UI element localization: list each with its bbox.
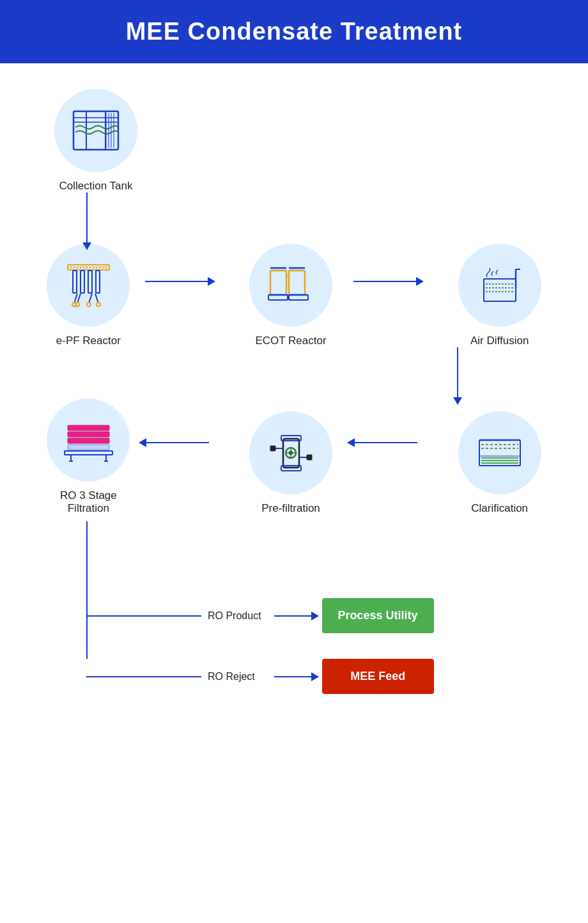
epf-reactor-circle (47, 244, 130, 327)
ro-product-row: RO Product Process Utility (86, 598, 550, 633)
svg-point-19 (98, 266, 100, 268)
ecot-reactor-circle (249, 244, 332, 327)
ro-product-label: RO Product (208, 610, 261, 622)
epf-reactor-icon (61, 262, 116, 310)
svg-line-26 (74, 294, 77, 303)
ro3-filtration-node: RO 3 Stage Filtration (38, 398, 139, 515)
arrow-ecot-to-air (353, 281, 417, 282)
svg-rect-56 (68, 445, 109, 450)
svg-rect-72 (307, 455, 312, 460)
svg-rect-53 (68, 425, 109, 430)
split-container: RO Product Process Utility RO Reject (86, 598, 550, 694)
svg-point-10 (70, 266, 72, 268)
svg-rect-47 (484, 279, 516, 301)
svg-line-28 (89, 294, 92, 303)
epf-reactor-node: e-PF Reactor (38, 244, 139, 347)
svg-rect-24 (88, 271, 92, 293)
arrow-to-process-utility (274, 615, 313, 617)
row-2: e-PF Reactor (38, 244, 550, 347)
clarification-label: Clarification (471, 502, 528, 515)
svg-rect-73 (479, 440, 520, 466)
clarification-circle (458, 411, 541, 494)
ro3-filtration-icon (61, 418, 116, 462)
air-diffusion-icon (474, 263, 525, 308)
clarification-node: Clarification (449, 411, 550, 515)
page-title: MEE Condensate Treatment (0, 0, 588, 63)
pre-filtration-label: Pre-filtration (261, 502, 320, 515)
svg-point-12 (76, 266, 78, 268)
svg-rect-25 (96, 271, 100, 293)
pre-filtration-icon (267, 429, 315, 477)
svg-point-14 (82, 266, 84, 268)
svg-rect-57 (65, 451, 112, 455)
svg-rect-34 (270, 271, 286, 295)
mee-feed-box: MEE Feed (322, 659, 434, 694)
h-line-reject (86, 676, 201, 677)
row-3: RO 3 Stage Filtration (38, 398, 550, 515)
pre-filtration-circle (249, 411, 332, 494)
arrow-clar-to-pre (353, 442, 417, 443)
pre-filtration-node: Pre-filtration (241, 411, 341, 515)
process-utility-box: Process Utility (322, 598, 434, 633)
svg-point-21 (105, 266, 107, 268)
svg-point-31 (75, 303, 79, 306)
svg-point-17 (92, 266, 94, 268)
svg-point-16 (89, 266, 91, 268)
svg-point-13 (79, 266, 81, 268)
ro3-filtration-label: RO 3 Stage Filtration (38, 489, 139, 515)
svg-point-20 (102, 266, 104, 268)
ecot-reactor-icon (265, 263, 316, 308)
row-1: Collection Tank (45, 89, 550, 193)
ecot-reactor-node: ECOT Reactor (241, 244, 341, 347)
svg-point-33 (97, 303, 100, 306)
svg-line-29 (95, 294, 98, 303)
svg-point-18 (95, 266, 97, 268)
collection-tank-circle (54, 89, 137, 172)
arrow-collection-to-epf (86, 193, 88, 244)
ro3-filtration-circle (47, 398, 130, 482)
svg-rect-55 (68, 438, 109, 443)
svg-point-11 (73, 266, 75, 268)
svg-line-27 (77, 294, 81, 303)
svg-rect-23 (81, 271, 84, 293)
clarification-icon (474, 430, 525, 475)
air-diffusion-circle (458, 244, 541, 327)
ro-reject-row: RO Reject MEE Feed (86, 659, 550, 694)
air-diffusion-label: Air Diffusion (470, 335, 529, 347)
air-diffusion-node: Air Diffusion (449, 244, 550, 347)
epf-reactor-label: e-PF Reactor (56, 335, 121, 347)
bottom-section: RO Product Process Utility RO Reject (38, 521, 550, 694)
svg-rect-70 (270, 446, 275, 451)
main-content: Collection Tank (0, 63, 588, 732)
arrow-pre-to-ro3 (145, 442, 209, 443)
collection-tank-node: Collection Tank (45, 89, 147, 193)
arrow-to-mee-feed (274, 676, 313, 677)
svg-point-15 (86, 266, 88, 268)
h-line-product (86, 615, 201, 617)
collection-tank-label: Collection Tank (59, 180, 133, 193)
svg-point-32 (87, 303, 91, 306)
svg-rect-22 (73, 271, 77, 293)
ecot-reactor-label: ECOT Reactor (255, 335, 326, 347)
arrow-air-to-clarification (457, 347, 458, 398)
split-vertical (86, 598, 88, 659)
collection-tank-icon (70, 108, 121, 153)
svg-rect-35 (289, 271, 305, 295)
ro-reject-label: RO Reject (208, 671, 255, 682)
arrow-epf-to-ecot (145, 281, 209, 282)
svg-rect-54 (68, 432, 109, 437)
vertical-line-ro3 (86, 521, 88, 598)
